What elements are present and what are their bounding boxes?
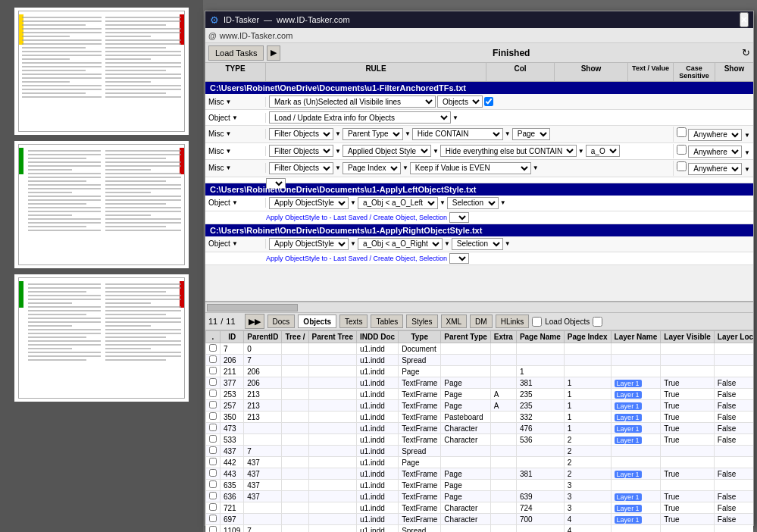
table-row[interactable]: 377206u1.inddTextFramePage3811Layer 1Tru… (206, 377, 754, 389)
filter2-arrow-3[interactable]: ▼ (578, 148, 584, 155)
selection-note-select-right[interactable] (449, 253, 469, 264)
row-checkbox-11[interactable] (209, 469, 217, 477)
row-checkbox-16[interactable] (209, 526, 217, 532)
next-page-button[interactable]: ▶▶ (245, 314, 264, 329)
load-tasks-button[interactable]: Load Tasks (208, 45, 264, 61)
tab-styles[interactable]: Styles (406, 315, 437, 328)
row-checkbox-6[interactable] (209, 412, 217, 420)
apply-right-arrow-3[interactable]: ▼ (505, 240, 511, 247)
tab-hlinks[interactable]: HLinks (496, 315, 530, 328)
table-row[interactable]: 533u1.inddTextFrameCharacter5362Layer 1T… (206, 434, 754, 446)
apply-right-arrow-2[interactable]: ▼ (444, 240, 450, 247)
rules-hscroll-thumb[interactable] (207, 304, 298, 311)
rules-hscrollbar[interactable] (205, 302, 753, 312)
rule-cond-filter3[interactable]: Keep if Value is EVEN (410, 162, 531, 174)
row-checkbox-10[interactable] (209, 458, 217, 465)
row-checkbox-7[interactable] (209, 424, 217, 431)
table-row[interactable]: 350213u1.inddTextFramePasteboard3321Laye… (206, 412, 754, 423)
tab-xml[interactable]: XML (441, 315, 468, 328)
table-row[interactable]: 70u1.inddDocument (206, 343, 754, 355)
rule-type-arrow-obj2[interactable]: ▼ (232, 199, 238, 206)
load-objects-checkbox2[interactable] (593, 317, 602, 327)
table-row[interactable]: 697u1.inddTextFrameCharacter7004Layer 1T… (206, 514, 754, 525)
table-row[interactable]: 473u1.inddTextFrameCharacter4761Layer 1T… (206, 423, 754, 434)
rule-action-select-load[interactable]: Load / Update Extra info for Objects (269, 111, 451, 124)
load-objects-checkbox[interactable] (532, 317, 542, 327)
rule-type-arrow-obj3[interactable]: ▼ (232, 240, 238, 247)
tab-tables[interactable]: Tables (371, 315, 403, 328)
table-row[interactable]: 443437u1.inddTextFramePage3812Layer 1Tru… (206, 468, 754, 480)
rule-target-select-1[interactable]: Objects (437, 95, 483, 108)
row-checkbox-12[interactable] (209, 480, 217, 488)
rule-action-filter3[interactable]: Filter Objects (269, 162, 333, 174)
tab-dm[interactable]: DM (470, 315, 493, 328)
row-checkbox-13[interactable] (209, 492, 217, 499)
row-checkbox-4[interactable] (209, 390, 217, 397)
table-row[interactable]: 257213u1.inddTextFramePageA2351Layer 1Tr… (206, 400, 754, 412)
rule-action-arrow[interactable]: ▼ (452, 114, 458, 121)
tab-texts[interactable]: Texts (339, 315, 368, 328)
table-row[interactable]: 211206u1.inddPage1 (206, 366, 754, 377)
close-button[interactable]: × (740, 12, 749, 27)
row-checkbox-2[interactable] (209, 367, 217, 374)
rule-field-filter1[interactable]: Parent Type (343, 128, 403, 140)
rule-type-arrow-3[interactable]: ▼ (226, 148, 232, 155)
play-button[interactable]: ▶ (267, 45, 280, 61)
table-row[interactable]: 636437u1.inddTextFramePage6393Layer 1Tru… (206, 491, 754, 502)
tab-docs[interactable]: Docs (267, 315, 296, 328)
table-row[interactable]: 721u1.inddTextFrameCharacter7243Layer 1T… (206, 502, 754, 514)
row-checkbox-8[interactable] (209, 435, 217, 443)
table-row[interactable]: 11097u1.inddSpread4 (206, 525, 754, 533)
rule-action-filter1[interactable]: Filter Objects (269, 128, 333, 140)
tab-objects[interactable]: Objects (298, 315, 336, 328)
filter3-arrow-3[interactable]: ▼ (533, 164, 539, 171)
rule-field-filter3[interactable]: Page Index (343, 162, 401, 174)
rule-anywhere-select-1[interactable]: Anywhere (688, 129, 742, 141)
table-row[interactable]: 253213u1.inddTextFramePageA2351Layer 1Tr… (206, 389, 754, 400)
refresh-icon[interactable]: ↻ (742, 47, 750, 58)
rule-cb-filter3[interactable] (677, 161, 687, 171)
apply-left-arrow-1[interactable]: ▼ (350, 199, 356, 206)
data-table-container[interactable]: . ID ParentID Tree / Parent Tree INDD Do… (205, 330, 753, 532)
page-thumbnail-1[interactable] (14, 8, 189, 135)
filter-arrow-2[interactable]: ▼ (405, 130, 411, 137)
rule-anywhere-arrow-1[interactable]: ▼ (744, 132, 750, 139)
rule-val-filter1[interactable]: Page (512, 128, 550, 140)
rule-action-apply-left[interactable]: Apply ObjectStyle (269, 197, 349, 209)
filter2-arrow-2[interactable]: ▼ (433, 148, 439, 155)
filter3-arrow-1[interactable]: ▼ (335, 164, 341, 171)
rule-type-arrow-obj1[interactable]: ▼ (232, 114, 238, 121)
filter-arrow-3[interactable]: ▼ (505, 130, 511, 137)
rule-action-filter2[interactable]: Filter Objects (269, 145, 333, 157)
apply-left-arrow-3[interactable]: ▼ (500, 199, 506, 206)
rule-val-apply-right[interactable]: a_Obj < a_O_Right (358, 238, 443, 250)
page-thumbnail-3[interactable] (14, 274, 189, 402)
table-row[interactable]: 4377u1.inddSpread2 (206, 446, 754, 457)
selection-note-select-left[interactable] (449, 212, 469, 223)
rule-cb-filter1[interactable] (677, 127, 687, 137)
row-checkbox-3[interactable] (209, 378, 217, 386)
row-checkbox-5[interactable] (209, 401, 217, 408)
rule-anywhere-arrow-2[interactable]: ▼ (744, 149, 750, 156)
rule-checkbox-1[interactable] (484, 97, 493, 106)
rule-action-apply-right[interactable]: Apply ObjectStyle (269, 238, 349, 250)
apply-right-arrow-1[interactable]: ▼ (350, 240, 356, 247)
filter3-arrow-2[interactable]: ▼ (402, 164, 408, 171)
row-checkbox-1[interactable] (209, 355, 217, 363)
rule-type-arrow-4[interactable]: ▼ (226, 164, 232, 171)
rule-target-apply-right[interactable]: Selection (452, 238, 503, 250)
rule-cb-filter2[interactable] (677, 145, 687, 155)
rule-anywhere-select-3[interactable]: Anywhere (688, 163, 742, 175)
rule-val-filter2[interactable]: a_O (586, 145, 620, 157)
rule-type-arrow-1[interactable]: ▼ (226, 99, 232, 105)
rule-anywhere-select-2[interactable]: Anywhere (688, 146, 742, 158)
filter2-arrow-1[interactable]: ▼ (335, 148, 341, 155)
rule-type-arrow-2[interactable]: ▼ (226, 130, 232, 137)
row-checkbox-9[interactable] (209, 446, 217, 454)
apply-left-arrow-2[interactable]: ▼ (439, 199, 446, 206)
table-row[interactable]: 635437u1.inddTextFramePage3 (206, 480, 754, 491)
filter-arrow-1[interactable]: ▼ (335, 130, 341, 137)
rule-target-apply-left[interactable]: Selection (447, 197, 499, 209)
rule-action-select-1[interactable]: Mark as (Un)Selected all Visibile lines (269, 95, 436, 108)
row-checkbox-15[interactable] (209, 515, 217, 522)
